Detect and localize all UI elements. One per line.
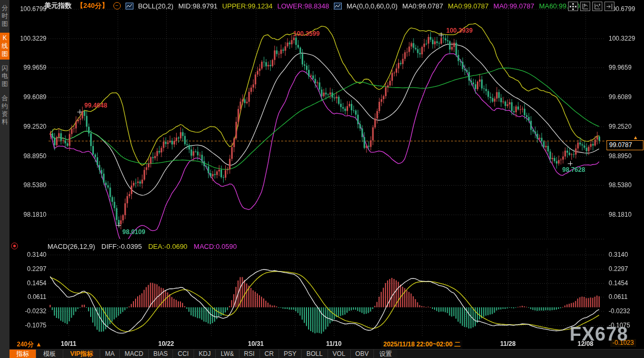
- toolbar-indicator-macd[interactable]: MACD: [120, 350, 148, 358]
- macd-diff-value: DIFF:-0.0395: [101, 243, 142, 250]
- indicator-chart-icon[interactable]: [334, 3, 342, 9]
- toolbar-tab-templates[interactable]: 模板: [36, 350, 63, 358]
- xaxis-period-label[interactable]: 240分 ▲: [17, 340, 42, 349]
- macd-y-label-left: -0.0232: [16, 307, 46, 315]
- indicator-target-icon[interactable]: [11, 243, 18, 249]
- chart-toolbar-icons: [568, 2, 614, 11]
- scale-right-icon[interactable]: [592, 2, 602, 11]
- toolbar-indicator-obv[interactable]: OBV: [351, 350, 374, 358]
- ma-label: MA(0,0,0,60,0,0): [347, 2, 398, 10]
- macd-y-label-left: -0.1075: [16, 322, 46, 329]
- sidebar-tab-3[interactable]: 闪电图: [0, 63, 9, 90]
- main-y-label-right: 100.3229: [609, 35, 635, 42]
- macd-macd-value: MACD:0.0590: [194, 243, 237, 250]
- main-y-label-right: 99.2520: [609, 123, 631, 130]
- sidebar-tab-2[interactable]: K线图: [0, 33, 9, 60]
- main-y-label-left: 99.6089: [16, 93, 46, 101]
- macd-y-label-left: 0.2297: [16, 265, 46, 273]
- macd-header: MACD(26,12,9) DIFF:-0.0395 DEA:-0.0690 M…: [47, 243, 237, 250]
- price-annotation: 98.0109: [122, 228, 145, 236]
- left-sidebar: 分时图K线图闪电图合约资料: [0, 0, 9, 358]
- main-y-label-left: 99.2520: [16, 123, 46, 130]
- toolbar-indicator-boll[interactable]: BOLL: [302, 350, 328, 358]
- macd-y-label-right: 0.1454: [609, 279, 628, 287]
- xaxis-date-label: 10/31: [248, 340, 264, 347]
- macd-y-label-left: 0.3140: [16, 251, 46, 258]
- toolbar-indicator-kdj[interactable]: KDJ: [194, 350, 216, 358]
- main-y-label-left: 98.8950: [16, 152, 46, 160]
- toolbar-vip-indicators[interactable]: VIP指标: [63, 350, 100, 358]
- jump-latest-icon[interactable]: [604, 2, 614, 11]
- toolbar-indicator-cr[interactable]: CR: [260, 350, 279, 358]
- toolbar-indicator-vol[interactable]: VOL: [328, 350, 351, 358]
- main-y-label-left: 99.9659: [16, 64, 46, 71]
- xaxis-date-label: 11/28: [500, 340, 515, 347]
- main-y-label-right: 98.1810: [609, 211, 631, 218]
- toolbar-indicator-lw[interactable]: LW&: [216, 350, 239, 358]
- main-y-label-right: 98.5380: [609, 181, 631, 189]
- symbol-name: 美元指数: [44, 1, 72, 11]
- price-annotation: 98.7628: [562, 166, 585, 173]
- collapse-icon[interactable]: −: [113, 2, 121, 9]
- current-price-tag: 99.0787: [607, 140, 643, 150]
- boll-mid-value: MID:98.9791: [178, 2, 217, 10]
- chart-canvas[interactable]: [0, 0, 644, 358]
- period-short: 240分: [17, 341, 34, 348]
- macd-y-label-right: 0.0611: [609, 293, 628, 301]
- toolbar-tab-indicators[interactable]: 指标: [9, 350, 36, 358]
- price-annotation: 100.3599: [293, 30, 320, 37]
- sidebar-tab-1[interactable]: 分时图: [0, 3, 9, 30]
- macd-dea-value: DEA:-0.0690: [148, 243, 187, 250]
- scale-left-icon[interactable]: [580, 2, 590, 11]
- toolbar-indicator-ma[interactable]: MA: [100, 350, 120, 358]
- main-y-label-right: 99.6089: [609, 93, 631, 101]
- ma0-white-value: MA0:99.0787: [402, 2, 443, 10]
- xaxis-selected-range-label: 2025/11/18 22:00~02:00 二: [381, 340, 463, 349]
- sidebar-tab-4[interactable]: 合约资料: [0, 93, 9, 128]
- bottom-toolbar: 指标模板VIP指标MAMACDBIASCCIKDJLW&RSICRPSYBOLL…: [9, 349, 644, 358]
- price-up-arrow-icon: ▲: [633, 134, 638, 140]
- macd-y-label-left: 0.0611: [16, 293, 46, 301]
- indicator-chart-icon[interactable]: [126, 3, 133, 9]
- app-root: 分时图K线图闪电图合约资料 美元指数 【240分】 − BOLL(20,2) M…: [0, 0, 644, 358]
- xaxis-date-label: 11/10: [326, 340, 341, 347]
- price-annotation: 99.4648: [84, 102, 107, 109]
- main-y-label-left: 98.1810: [16, 211, 46, 218]
- boll-lower-value: LOWER:98.8348: [277, 2, 329, 10]
- main-y-label-right: 99.9659: [609, 64, 631, 71]
- macd-y-label-right: 0.3140: [609, 251, 628, 258]
- macd-y-label-right: 0.2297: [609, 265, 628, 273]
- main-y-label-right: 98.8950: [609, 152, 631, 160]
- xaxis-date-label: 10/22: [158, 340, 174, 347]
- toolbar-indicator-bias[interactable]: BIAS: [149, 350, 173, 358]
- boll-label: BOLL(20,2): [138, 2, 174, 10]
- watermark: FX678: [570, 323, 628, 345]
- toolbar-indicator-psy[interactable]: PSY: [279, 350, 302, 358]
- boll-upper-value: UPPER:99.1234: [222, 2, 272, 10]
- main-y-label-left: 100.3229: [16, 35, 46, 42]
- toolbar-indicator-rsi[interactable]: RSI: [239, 350, 260, 358]
- toolbar-settings-button[interactable]: 设置: [374, 350, 397, 358]
- main-y-label-left: 98.5380: [16, 181, 46, 189]
- main-y-label-left: 100.6799: [16, 5, 46, 13]
- macd-y-label-right: -0.0232: [609, 307, 630, 315]
- macd-y-label-left: 0.1454: [16, 279, 46, 287]
- period-label: 【240分】: [76, 1, 109, 11]
- period-dropdown-arrow-icon: ▲: [35, 341, 42, 348]
- chart-header: 美元指数 【240分】 − BOLL(20,2) MID:98.9791 UPP…: [44, 2, 583, 10]
- toolbar-indicator-cci[interactable]: CCI: [173, 350, 194, 358]
- price-annotation: 100.3939: [446, 27, 473, 34]
- ma0-magenta-value: MA0:99.0787: [494, 2, 534, 10]
- move-chart-icon[interactable]: [568, 2, 578, 11]
- xaxis-date-label: 10/11: [61, 340, 76, 347]
- macd-label: MACD(26,12,9): [47, 243, 95, 250]
- ma0-yellow-value: MA0:99.0787: [448, 2, 488, 10]
